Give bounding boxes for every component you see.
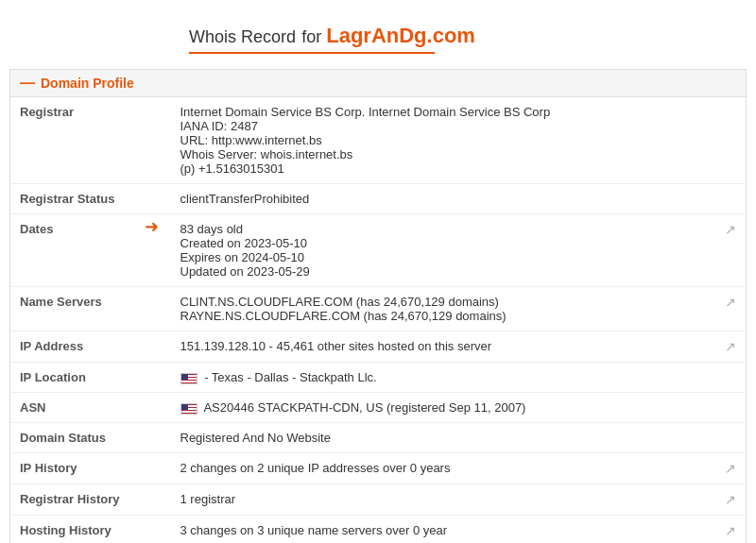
asn-row: ASN AS20446 STACKPATH-CDN, US (registere… <box>10 393 747 423</box>
name-servers-value: CLINT.NS.CLOUDFLARE.COM (has 24,670,129 … <box>171 287 716 331</box>
registrar-status-row: Registrar Status clientTransferProhibite… <box>10 184 747 214</box>
registrar-history-share-icon[interactable]: ↗ <box>725 492 736 507</box>
asn-label: ASN <box>10 393 171 423</box>
asn-flag-icon <box>180 403 198 415</box>
dates-row: Dates ➜ 83 days old Created on 2023-05-1… <box>10 214 747 287</box>
ip-location-label: IP Location <box>10 363 171 393</box>
ip-location-row: IP Location - Texas - Dallas - Stackpath… <box>10 363 747 393</box>
domain-profile-toggle[interactable]: — Domain Profile <box>9 69 747 97</box>
name-servers-row: Name Servers CLINT.NS.CLOUDFLARE.COM (ha… <box>10 287 747 331</box>
registrar-history-value: 1 registrar <box>171 484 716 516</box>
registrar-status-label: Registrar Status <box>10 184 171 214</box>
ip-address-value: 151.139.128.10 - 45,461 other sites host… <box>171 331 716 363</box>
section-title: Domain Profile <box>41 76 134 91</box>
ip-history-action[interactable]: ↗ <box>715 453 747 484</box>
domain-status-label: Domain Status <box>10 423 171 453</box>
toggle-minus-icon: — <box>20 75 35 92</box>
ip-history-row: IP History 2 changes on 2 unique IP addr… <box>10 453 747 484</box>
hosting-history-share-icon[interactable]: ↗ <box>725 523 736 538</box>
ip-address-share-icon[interactable]: ↗ <box>725 339 736 354</box>
dates-action[interactable]: ↗ <box>715 214 747 287</box>
info-table: Registrar Internet Domain Service BS Cor… <box>9 97 747 543</box>
ip-address-row: IP Address 151.139.128.10 - 45,461 other… <box>10 331 747 363</box>
ip-location-action <box>715 363 747 393</box>
dates-left-arrow: ➜ <box>145 216 159 237</box>
asn-action <box>715 393 747 423</box>
name-servers-label: Name Servers <box>10 287 171 331</box>
registrar-history-action[interactable]: ↗ <box>715 484 747 516</box>
ip-location-value: - Texas - Dallas - Stackpath Llc. <box>171 363 716 393</box>
title-text: Whois Record <box>189 27 296 46</box>
for-text: for <box>301 27 321 46</box>
registrar-history-row: Registrar History 1 registrar ↗ <box>10 484 747 516</box>
registrar-status-action <box>715 184 747 214</box>
registrar-action <box>715 97 747 184</box>
us-flag-icon <box>180 373 198 384</box>
ip-address-action[interactable]: ↗ <box>715 331 747 363</box>
title-underline <box>189 52 435 54</box>
domain-status-row: Domain Status Registered And No Website <box>10 423 747 453</box>
page-title: Whois Record for LagrAnDg.com <box>189 24 747 48</box>
hosting-history-label: Hosting History <box>10 516 171 544</box>
hosting-history-value: 3 changes on 3 unique name servers over … <box>171 516 716 544</box>
registrar-history-label: Registrar History <box>10 484 171 516</box>
registrar-value: Internet Domain Service BS Corp. Interne… <box>171 97 716 184</box>
name-servers-action[interactable]: ↗ <box>715 287 747 331</box>
ip-address-label: IP Address <box>10 331 171 363</box>
hosting-history-row: Hosting History 3 changes on 3 unique na… <box>10 516 747 544</box>
dates-share-icon[interactable]: ↗ <box>725 222 736 237</box>
ip-history-value: 2 changes on 2 unique IP addresses over … <box>171 453 716 484</box>
hosting-history-action[interactable]: ↗ <box>715 516 747 544</box>
ip-history-label: IP History <box>10 453 171 484</box>
ip-history-share-icon[interactable]: ↗ <box>725 461 736 476</box>
dates-value: ➜ 83 days old Created on 2023-05-10 Expi… <box>171 214 716 287</box>
registrar-label: Registrar <box>10 97 171 184</box>
domain-status-value: Registered And No Website <box>171 423 716 453</box>
asn-value: AS20446 STACKPATH-CDN, US (registered Se… <box>171 393 716 423</box>
registrar-row: Registrar Internet Domain Service BS Cor… <box>10 97 747 184</box>
registrar-status-value: clientTransferProhibited <box>171 184 716 214</box>
domain-name: LagrAnDg.com <box>326 24 475 47</box>
name-servers-share-icon[interactable]: ↗ <box>725 295 736 310</box>
domain-status-action <box>715 423 747 453</box>
